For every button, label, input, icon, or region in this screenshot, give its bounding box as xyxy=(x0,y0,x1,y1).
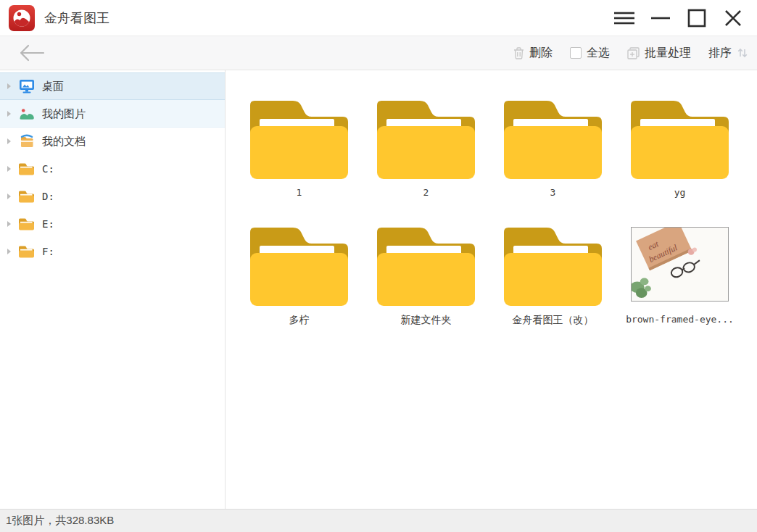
chevron-right-icon[interactable] xyxy=(7,138,11,144)
select-all-label: 全选 xyxy=(587,46,610,61)
window-controls xyxy=(606,1,751,35)
status-text: 1张图片，共328.83KB xyxy=(6,514,114,528)
sidebar-item-label: E: xyxy=(42,218,54,230)
sidebar: 桌面 我的图片 xyxy=(0,70,226,509)
select-all-button[interactable]: 全选 xyxy=(570,46,610,61)
sidebar-item-drive-c[interactable]: C: xyxy=(0,155,225,183)
chevron-right-icon[interactable] xyxy=(7,249,11,254)
documents-icon xyxy=(18,133,35,149)
chevron-right-icon[interactable] xyxy=(7,83,11,89)
image-item-label: brown-framed-eye... xyxy=(626,314,734,325)
folder-item[interactable]: 2 xyxy=(363,95,489,222)
folder-icon xyxy=(18,245,35,258)
chevron-right-icon[interactable] xyxy=(7,221,11,227)
app-window: 金舟看图王 xyxy=(0,0,757,532)
folder-icon xyxy=(18,217,35,230)
chevron-right-icon[interactable] xyxy=(7,194,11,199)
sidebar-item-desktop[interactable]: 桌面 xyxy=(0,72,225,100)
sidebar-item-my-pictures[interactable]: 我的图片 xyxy=(0,100,225,128)
sort-label: 排序 xyxy=(708,46,732,61)
content-area: 1 2 xyxy=(226,70,757,509)
folder-item[interactable]: 3 xyxy=(489,95,616,222)
sort-button[interactable]: 排序 xyxy=(708,46,748,61)
sidebar-item-drive-e[interactable]: E: xyxy=(0,210,225,238)
image-thumbnail: eat beautiful xyxy=(631,222,729,306)
folder-large-icon xyxy=(631,95,729,179)
folder-item-label: 金舟看图王（改） xyxy=(513,314,594,325)
folder-large-icon xyxy=(504,95,602,179)
trash-icon xyxy=(513,47,524,59)
sidebar-item-label: D: xyxy=(42,191,54,202)
folder-item-label: 2 xyxy=(423,187,429,199)
back-button[interactable] xyxy=(16,42,46,64)
toolbar-actions: 删除 全选 批量处理 排序 xyxy=(513,46,748,61)
statusbar: 1张图片，共328.83KB xyxy=(0,509,757,532)
maximize-button[interactable] xyxy=(679,1,715,35)
folder-item-label: 新建文件夹 xyxy=(401,314,452,325)
batch-process-label: 批量处理 xyxy=(645,46,691,61)
sidebar-item-label: C: xyxy=(42,163,54,175)
sidebar-item-drive-d[interactable]: D: xyxy=(0,183,225,210)
folder-large-icon xyxy=(377,95,475,179)
folder-item-label: 3 xyxy=(550,187,556,199)
image-item[interactable]: eat beautiful xyxy=(616,222,743,349)
back-arrow-icon xyxy=(16,42,46,64)
hamburger-menu-icon[interactable] xyxy=(606,1,642,35)
sidebar-item-label: 桌面 xyxy=(42,80,64,93)
chevron-right-icon[interactable] xyxy=(7,111,11,117)
folder-item[interactable]: 多柠 xyxy=(236,222,363,349)
delete-button[interactable]: 删除 xyxy=(513,46,553,61)
app-logo-icon xyxy=(9,5,35,31)
pictures-icon xyxy=(18,106,35,122)
batch-process-icon xyxy=(627,47,640,59)
app-title: 金舟看图王 xyxy=(44,9,109,27)
sidebar-item-label: 我的图片 xyxy=(42,107,86,121)
close-button[interactable] xyxy=(715,1,751,35)
sidebar-item-label: 我的文档 xyxy=(42,135,86,149)
folder-item[interactable]: 1 xyxy=(236,95,363,222)
toolbar: 删除 全选 批量处理 排序 xyxy=(0,36,757,70)
minimize-button[interactable] xyxy=(642,1,679,35)
folder-item[interactable]: 新建文件夹 xyxy=(363,222,489,349)
batch-process-button[interactable]: 批量处理 xyxy=(627,46,691,61)
select-all-checkbox[interactable] xyxy=(570,47,582,59)
folder-grid: 1 2 xyxy=(226,70,757,349)
sidebar-item-my-documents[interactable]: 我的文档 xyxy=(0,128,225,155)
sidebar-item-label: F: xyxy=(42,246,54,257)
folder-item-label: yg xyxy=(674,187,686,199)
folder-item-label: 多柠 xyxy=(289,314,310,325)
folder-large-icon xyxy=(250,95,348,179)
delete-label: 删除 xyxy=(529,46,553,61)
folder-item[interactable]: yg xyxy=(616,95,743,222)
sort-arrows-icon xyxy=(737,47,748,59)
folder-large-icon xyxy=(504,222,602,306)
sidebar-item-drive-f[interactable]: F: xyxy=(0,238,225,265)
folder-item[interactable]: 金舟看图王（改） xyxy=(489,222,616,349)
chevron-right-icon[interactable] xyxy=(7,166,11,172)
folder-icon xyxy=(18,190,35,203)
main-body: 桌面 我的图片 xyxy=(0,70,757,509)
folder-icon xyxy=(18,162,35,175)
desktop-icon xyxy=(18,78,35,94)
folder-large-icon xyxy=(250,222,348,306)
folder-large-icon xyxy=(377,222,475,306)
folder-item-label: 1 xyxy=(297,187,302,199)
titlebar: 金舟看图王 xyxy=(0,0,757,36)
